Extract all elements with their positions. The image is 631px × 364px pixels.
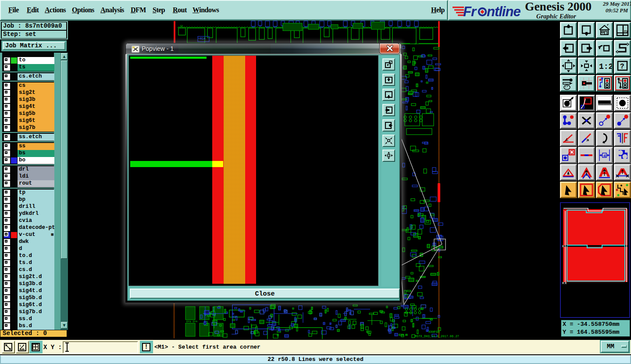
svg-text:?: ? <box>620 63 624 71</box>
svg-text:+A14: +A14 <box>198 37 206 40</box>
svg-text:4: 4 <box>603 154 606 158</box>
svg-text:ntline: ntline <box>487 4 520 19</box>
svg-text:Fr: Fr <box>463 4 477 19</box>
svg-text:DY8 DY4: DY8 DY4 <box>186 320 198 323</box>
svg-text:MSTX_DH3_V4.0_2017.06.27: MSTX_DH3_V4.0_2017.06.27 <box>415 335 459 338</box>
svg-text:XXHFGH: XXHFGH <box>428 330 439 334</box>
svg-text:×: × <box>562 244 564 249</box>
svg-text:L: L <box>20 344 21 347</box>
svg-text:1:2: 1:2 <box>599 62 612 71</box>
svg-text:J2: J2 <box>180 25 183 28</box>
svg-text:××: ×× <box>562 281 567 286</box>
svg-text:xy: xy <box>624 29 628 33</box>
svg-text:α: α <box>22 348 24 350</box>
